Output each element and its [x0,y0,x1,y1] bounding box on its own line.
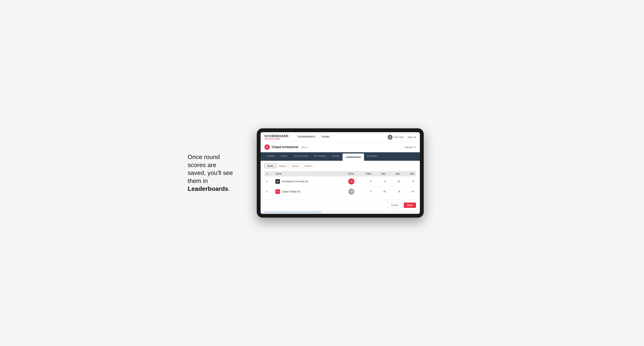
col-rd3: RD3 [402,171,416,176]
filter-buttons: Teams Players Scores Strokes [264,164,416,168]
score-badge: +3 [348,188,354,195]
user-avatar: S [388,135,392,140]
team-name: Clippd College [A] [282,190,300,193]
tab-teams[interactable]: Teams [278,152,290,161]
team-name: Scoreboard University [A] [282,180,308,183]
nav-right: S Test User | Sign out [388,135,416,140]
desc-line3: saved, you'll see [188,169,233,176]
url-bar: https://stage-blue-coach.stagescoreboard… [260,210,420,214]
tournament-name: Clippd Invitational [272,145,298,149]
cell-rd2: -8 [388,186,402,197]
pipe-divider: | [406,136,406,139]
cell-rank: 2 [264,186,274,197]
col-rd1: RD1 [374,171,388,176]
desc-line5-bold: Leaderboards [188,185,228,192]
cell-rd1: +8 [374,186,388,197]
desc-period: . [228,185,230,192]
tournament-header: C Clippd Invitational (Men) Cancel ✕ [260,142,420,152]
desc-line1: Once round [188,154,220,160]
cancel-label: Cancel [405,146,412,149]
tournament-title-area: C Clippd Invitational (Men) [264,145,308,150]
desc-line4: them in [188,177,208,184]
user-name: Test User [394,136,404,139]
cell-team: C Clippd College [A] [274,186,338,197]
page-wrapper: Once round scores are saved, you'll see … [188,128,456,218]
cell-team: SU Scoreboard University [A] [274,176,338,186]
nav-tournaments[interactable]: TOURNAMENTS [294,132,318,142]
filter-strokes[interactable]: Strokes [302,164,314,168]
col-team: TEAM [274,171,338,176]
cancel-button[interactable]: Cancel [388,202,402,208]
leaderboard-content: Teams Players Scores Strokes # TEAM TOTA… [260,161,420,200]
nav-teams[interactable]: TEAMS [318,132,332,142]
desc-line2: scores are [188,162,216,169]
sign-out-link[interactable]: Sign out [408,136,416,139]
filter-teams[interactable]: Teams [264,164,276,168]
filter-players[interactable]: Players [277,164,289,168]
tab-details[interactable]: Details [264,152,278,161]
url-text: https://stage-blue-coach.stagescoreboard… [264,211,321,213]
table-row: 2 C Clippd College [A] +3 F +8 -8 +3 [264,186,416,197]
main-nav: TOURNAMENTS TEAMS [294,132,388,142]
cell-total: +3 [338,186,356,197]
table-row: 1 SU Scoreboard University [A] -5 F -4 +… [264,176,416,186]
logo-powered: Powered by clippd [264,138,288,140]
cancel-x-button[interactable]: Cancel ✕ [405,145,416,149]
cell-total: -5 [338,176,356,186]
tab-leaderboards[interactable]: Leaderboards [342,154,364,161]
cell-rd2: +5 [388,176,402,186]
sub-tabs: Details Teams Course Setup Tee Groups Re… [260,152,420,161]
col-rank: # [264,171,274,176]
table-header-row: # TEAM TOTAL THRU RD1 RD2 RD3 [264,171,416,176]
cell-rd3: -6 [402,176,416,186]
col-thru: THRU [356,171,374,176]
cell-thru: F [356,186,374,197]
team-logo: C [275,189,280,194]
tournament-icon: C [264,145,270,150]
tablet-frame: SCOREBOARD Powered by clippd TOURNAMENTS… [257,128,424,218]
tab-tee-groups[interactable]: Tee Groups [311,152,329,161]
col-total: TOTAL [338,171,356,176]
cell-rd1: -4 [374,176,388,186]
save-button[interactable]: Save [404,202,416,208]
leaderboard-table: # TEAM TOTAL THRU RD1 RD2 RD3 1 SU [264,171,416,197]
tab-results[interactable]: Results [329,152,342,161]
bottom-bar: Cancel Save [260,200,420,210]
score-badge: -5 [348,178,354,184]
logo-text: SCOREBOARD [264,135,288,138]
top-nav: SCOREBOARD Powered by clippd TOURNAMENTS… [260,132,420,142]
cell-thru: F [356,176,374,186]
tab-printables[interactable]: Printables [364,152,380,161]
left-description: Once round scores are saved, you'll see … [188,153,245,193]
close-icon: ✕ [414,145,416,149]
filter-scores[interactable]: Scores [290,164,301,168]
col-rd2: RD2 [388,171,402,176]
team-logo: SU [275,179,280,184]
cell-rd3: +3 [402,186,416,197]
tablet-screen: SCOREBOARD Powered by clippd TOURNAMENTS… [260,132,420,214]
tab-course-setup[interactable]: Course Setup [290,152,311,161]
tournament-gender: (Men) [301,146,308,149]
logo-area: SCOREBOARD Powered by clippd [264,135,288,140]
cell-rank: 1 [264,176,274,186]
